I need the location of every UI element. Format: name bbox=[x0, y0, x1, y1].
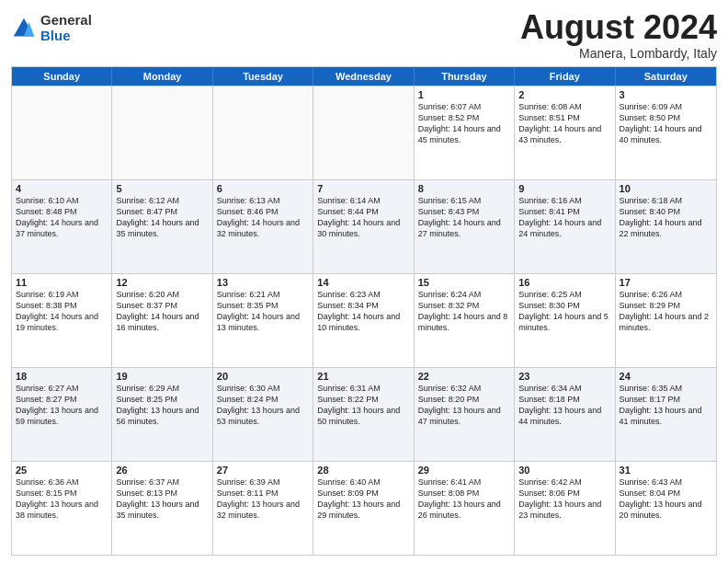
day-number: 21 bbox=[317, 371, 409, 382]
calendar-cell: 1Sunrise: 6:07 AM Sunset: 8:52 PM Daylig… bbox=[415, 86, 515, 179]
calendar-cell: 14Sunrise: 6:23 AM Sunset: 8:34 PM Dayli… bbox=[313, 274, 414, 367]
day-number: 22 bbox=[418, 371, 510, 382]
calendar-cell bbox=[313, 86, 414, 179]
cell-info: Sunrise: 6:18 AM Sunset: 8:40 PM Dayligh… bbox=[620, 195, 712, 240]
day-number: 19 bbox=[116, 371, 208, 382]
cell-info: Sunrise: 6:37 AM Sunset: 8:13 PM Dayligh… bbox=[116, 477, 208, 522]
cell-info: Sunrise: 6:14 AM Sunset: 8:44 PM Dayligh… bbox=[317, 195, 409, 240]
logo-icon bbox=[11, 16, 37, 41]
day-number: 1 bbox=[418, 89, 510, 100]
calendar-cell: 20Sunrise: 6:30 AM Sunset: 8:24 PM Dayli… bbox=[213, 368, 313, 461]
cell-info: Sunrise: 6:39 AM Sunset: 8:11 PM Dayligh… bbox=[217, 477, 309, 522]
calendar-cell: 25Sunrise: 6:36 AM Sunset: 8:15 PM Dayli… bbox=[12, 462, 112, 555]
header: General Blue August 2024 Manera, Lombard… bbox=[11, 9, 717, 61]
calendar-row-0: 1Sunrise: 6:07 AM Sunset: 8:52 PM Daylig… bbox=[12, 86, 716, 179]
calendar-cell: 4Sunrise: 6:10 AM Sunset: 8:48 PM Daylig… bbox=[12, 180, 112, 273]
calendar-cell: 9Sunrise: 6:16 AM Sunset: 8:41 PM Daylig… bbox=[515, 180, 615, 273]
cell-info: Sunrise: 6:35 AM Sunset: 8:17 PM Dayligh… bbox=[620, 383, 712, 428]
page: General Blue August 2024 Manera, Lombard… bbox=[0, 0, 728, 563]
calendar-cell: 10Sunrise: 6:18 AM Sunset: 8:40 PM Dayli… bbox=[616, 180, 716, 273]
cell-info: Sunrise: 6:36 AM Sunset: 8:15 PM Dayligh… bbox=[16, 477, 108, 522]
cell-info: Sunrise: 6:15 AM Sunset: 8:43 PM Dayligh… bbox=[418, 195, 510, 240]
day-number: 6 bbox=[217, 183, 309, 194]
calendar-cell: 29Sunrise: 6:41 AM Sunset: 8:08 PM Dayli… bbox=[415, 462, 515, 555]
day-number: 11 bbox=[16, 277, 108, 288]
logo-blue: Blue bbox=[40, 29, 92, 44]
cell-info: Sunrise: 6:08 AM Sunset: 8:51 PM Dayligh… bbox=[518, 101, 610, 146]
day-number: 8 bbox=[418, 183, 510, 194]
weekday-header-wednesday: Wednesday bbox=[313, 67, 414, 86]
day-number: 31 bbox=[620, 465, 712, 476]
cell-info: Sunrise: 6:27 AM Sunset: 8:27 PM Dayligh… bbox=[16, 383, 108, 428]
calendar: SundayMondayTuesdayWednesdayThursdayFrid… bbox=[11, 66, 717, 556]
calendar-cell: 3Sunrise: 6:09 AM Sunset: 8:50 PM Daylig… bbox=[616, 86, 716, 179]
calendar-cell: 15Sunrise: 6:24 AM Sunset: 8:32 PM Dayli… bbox=[415, 274, 515, 367]
cell-info: Sunrise: 6:30 AM Sunset: 8:24 PM Dayligh… bbox=[217, 383, 309, 428]
cell-info: Sunrise: 6:10 AM Sunset: 8:48 PM Dayligh… bbox=[16, 195, 108, 240]
calendar-cell: 16Sunrise: 6:25 AM Sunset: 8:30 PM Dayli… bbox=[515, 274, 615, 367]
calendar-cell: 27Sunrise: 6:39 AM Sunset: 8:11 PM Dayli… bbox=[213, 462, 313, 555]
day-number: 27 bbox=[217, 465, 309, 476]
logo-general: General bbox=[40, 13, 92, 29]
calendar-cell: 6Sunrise: 6:13 AM Sunset: 8:46 PM Daylig… bbox=[213, 180, 313, 273]
calendar-cell bbox=[112, 86, 212, 179]
location: Manera, Lombardy, Italy bbox=[520, 46, 717, 61]
calendar-cell: 17Sunrise: 6:26 AM Sunset: 8:29 PM Dayli… bbox=[616, 274, 716, 367]
day-number: 2 bbox=[518, 89, 610, 100]
calendar-cell: 30Sunrise: 6:42 AM Sunset: 8:06 PM Dayli… bbox=[515, 462, 615, 555]
cell-info: Sunrise: 6:19 AM Sunset: 8:38 PM Dayligh… bbox=[16, 289, 108, 334]
cell-info: Sunrise: 6:40 AM Sunset: 8:09 PM Dayligh… bbox=[317, 477, 409, 522]
cell-info: Sunrise: 6:13 AM Sunset: 8:46 PM Dayligh… bbox=[217, 195, 309, 240]
calendar-cell: 21Sunrise: 6:31 AM Sunset: 8:22 PM Dayli… bbox=[313, 368, 414, 461]
day-number: 3 bbox=[620, 89, 712, 100]
day-number: 4 bbox=[16, 183, 108, 194]
calendar-header: SundayMondayTuesdayWednesdayThursdayFrid… bbox=[12, 67, 716, 86]
logo: General Blue bbox=[11, 13, 92, 43]
calendar-cell: 7Sunrise: 6:14 AM Sunset: 8:44 PM Daylig… bbox=[313, 180, 414, 273]
day-number: 13 bbox=[217, 277, 309, 288]
cell-info: Sunrise: 6:21 AM Sunset: 8:35 PM Dayligh… bbox=[217, 289, 309, 334]
cell-info: Sunrise: 6:09 AM Sunset: 8:50 PM Dayligh… bbox=[620, 101, 712, 146]
weekday-header-friday: Friday bbox=[515, 67, 615, 86]
cell-info: Sunrise: 6:34 AM Sunset: 8:18 PM Dayligh… bbox=[518, 383, 610, 428]
calendar-cell: 28Sunrise: 6:40 AM Sunset: 8:09 PM Dayli… bbox=[313, 462, 414, 555]
calendar-cell: 26Sunrise: 6:37 AM Sunset: 8:13 PM Dayli… bbox=[112, 462, 212, 555]
weekday-header-sunday: Sunday bbox=[12, 67, 112, 86]
calendar-cell: 13Sunrise: 6:21 AM Sunset: 8:35 PM Dayli… bbox=[213, 274, 313, 367]
cell-info: Sunrise: 6:26 AM Sunset: 8:29 PM Dayligh… bbox=[620, 289, 712, 334]
day-number: 14 bbox=[317, 277, 409, 288]
day-number: 17 bbox=[620, 277, 712, 288]
cell-info: Sunrise: 6:41 AM Sunset: 8:08 PM Dayligh… bbox=[418, 477, 510, 522]
weekday-header-tuesday: Tuesday bbox=[213, 67, 313, 86]
day-number: 26 bbox=[116, 465, 208, 476]
calendar-row-2: 11Sunrise: 6:19 AM Sunset: 8:38 PM Dayli… bbox=[12, 273, 716, 367]
day-number: 10 bbox=[620, 183, 712, 194]
calendar-cell: 22Sunrise: 6:32 AM Sunset: 8:20 PM Dayli… bbox=[415, 368, 515, 461]
title-block: August 2024 Manera, Lombardy, Italy bbox=[520, 9, 717, 61]
day-number: 23 bbox=[518, 371, 610, 382]
cell-info: Sunrise: 6:12 AM Sunset: 8:47 PM Dayligh… bbox=[116, 195, 208, 240]
cell-info: Sunrise: 6:16 AM Sunset: 8:41 PM Dayligh… bbox=[518, 195, 610, 240]
calendar-cell bbox=[213, 86, 313, 179]
day-number: 12 bbox=[116, 277, 208, 288]
day-number: 16 bbox=[518, 277, 610, 288]
cell-info: Sunrise: 6:24 AM Sunset: 8:32 PM Dayligh… bbox=[418, 289, 510, 334]
day-number: 9 bbox=[518, 183, 610, 194]
weekday-header-saturday: Saturday bbox=[616, 67, 716, 86]
month-title: August 2024 bbox=[520, 9, 717, 46]
calendar-cell: 2Sunrise: 6:08 AM Sunset: 8:51 PM Daylig… bbox=[515, 86, 615, 179]
calendar-body: 1Sunrise: 6:07 AM Sunset: 8:52 PM Daylig… bbox=[12, 86, 716, 555]
calendar-cell: 5Sunrise: 6:12 AM Sunset: 8:47 PM Daylig… bbox=[112, 180, 212, 273]
logo-text: General Blue bbox=[40, 13, 92, 43]
calendar-cell: 12Sunrise: 6:20 AM Sunset: 8:37 PM Dayli… bbox=[112, 274, 212, 367]
day-number: 20 bbox=[217, 371, 309, 382]
cell-info: Sunrise: 6:42 AM Sunset: 8:06 PM Dayligh… bbox=[518, 477, 610, 522]
day-number: 28 bbox=[317, 465, 409, 476]
day-number: 24 bbox=[620, 371, 712, 382]
calendar-row-3: 18Sunrise: 6:27 AM Sunset: 8:27 PM Dayli… bbox=[12, 367, 716, 461]
cell-info: Sunrise: 6:32 AM Sunset: 8:20 PM Dayligh… bbox=[418, 383, 510, 428]
day-number: 29 bbox=[418, 465, 510, 476]
day-number: 7 bbox=[317, 183, 409, 194]
cell-info: Sunrise: 6:23 AM Sunset: 8:34 PM Dayligh… bbox=[317, 289, 409, 334]
calendar-cell: 23Sunrise: 6:34 AM Sunset: 8:18 PM Dayli… bbox=[515, 368, 615, 461]
